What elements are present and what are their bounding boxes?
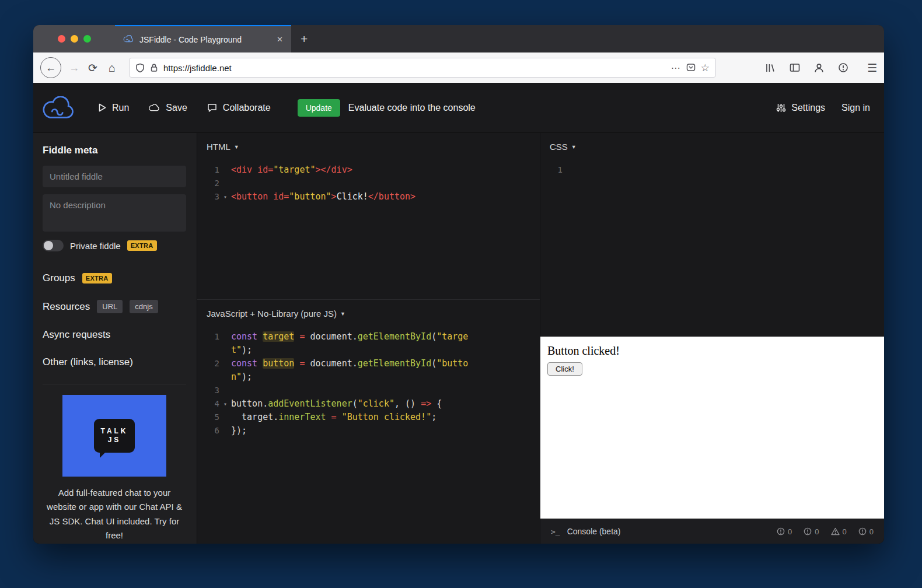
navigation-bar: ← → ⟳ ⌂ https://jsfiddle.net ⋯ ☆: [33, 52, 884, 83]
talkjs-ad[interactable]: TALK JS Add full-featured chat to your w…: [43, 384, 186, 542]
new-tab-button[interactable]: +: [291, 25, 317, 52]
css-editor[interactable]: 1: [540, 163, 884, 336]
talkjs-ad-image[interactable]: TALK JS: [62, 395, 166, 477]
address-text[interactable]: https://jsfiddle.net: [163, 63, 666, 73]
jsfiddle-app: Run Save Collaborate Update Evaluate cod…: [33, 83, 884, 544]
settings-button[interactable]: Settings: [776, 103, 825, 113]
info-circle-icon[interactable]: [838, 62, 848, 73]
collaborate-button[interactable]: Collaborate: [207, 103, 271, 113]
warning-triangle-icon: [831, 527, 840, 536]
reload-button[interactable]: ⟳: [83, 61, 102, 75]
chevron-down-icon[interactable]: ▼: [340, 311, 345, 317]
console-warning-badge[interactable]: 0: [831, 527, 847, 536]
extra-badge: EXTRA: [127, 240, 157, 251]
private-fiddle-label: Private fiddle: [70, 241, 121, 251]
shield-icon[interactable]: [135, 63, 145, 73]
zoom-window-button[interactable]: [83, 35, 91, 43]
chevron-down-icon[interactable]: ▼: [571, 144, 577, 150]
console-label: Console (beta): [567, 527, 621, 536]
sidebar-item-other[interactable]: Other (links, license): [43, 356, 186, 368]
html-panel-header[interactable]: HTML▼: [197, 133, 540, 155]
bookmark-star-icon[interactable]: ☆: [701, 62, 710, 74]
console-log-badge[interactable]: 0: [858, 527, 874, 536]
tab-title: JSFiddle - Code Playground: [139, 35, 268, 44]
play-icon: [99, 103, 106, 112]
forward-button[interactable]: →: [65, 62, 83, 74]
tab-bar: JSFiddle - Code Playground ✕ +: [33, 25, 884, 52]
fiddle-title-input[interactable]: [43, 166, 186, 187]
sidebar-item-groups[interactable]: Groups EXTRA: [43, 272, 186, 284]
js-editor[interactable]: 1const target = document.getElementById(…: [197, 330, 540, 544]
menu-icon[interactable]: ☰: [867, 61, 877, 75]
sidebar-item-async-requests[interactable]: Async requests: [43, 329, 186, 341]
console-info-badge[interactable]: 0: [804, 527, 819, 536]
run-button[interactable]: Run: [99, 103, 129, 113]
account-icon[interactable]: [814, 63, 824, 73]
minimize-window-button[interactable]: [71, 35, 78, 43]
app-header: Run Save Collaborate Update Evaluate cod…: [33, 83, 884, 133]
sidebar: Fiddle meta Private fiddle EXTRA Groups …: [33, 133, 197, 544]
console-error-badge[interactable]: 0: [777, 527, 792, 536]
sliders-icon: [776, 103, 786, 113]
console-prompt-icon: >_: [551, 527, 560, 536]
chevron-down-icon[interactable]: ▼: [234, 144, 239, 150]
extra-badge: EXTRA: [82, 273, 112, 284]
talkjs-ad-caption[interactable]: Add full-featured chat to your website o…: [43, 486, 186, 542]
toolbar-icons: ☰: [765, 61, 877, 75]
css-panel-header[interactable]: CSS▼: [540, 133, 884, 155]
browser-tab[interactable]: JSFiddle - Code Playground ✕: [115, 25, 291, 52]
fiddle-meta-heading: Fiddle meta: [43, 145, 186, 156]
css-panel: CSS▼ 1: [540, 133, 884, 336]
result-panel: Button clicked! Click!: [540, 336, 884, 519]
result-click-button[interactable]: Click!: [547, 362, 582, 376]
info-circle-icon: [804, 527, 812, 536]
pocket-icon[interactable]: [686, 63, 696, 72]
sidebar-item-resources[interactable]: Resources URL cdnjs: [43, 300, 186, 313]
talkjs-logo-icon: TALK JS: [94, 419, 135, 453]
console-bar[interactable]: >_ Console (beta) 0 0 0: [540, 519, 884, 544]
update-button[interactable]: Update: [298, 99, 340, 117]
private-fiddle-toggle[interactable]: [43, 240, 64, 251]
lock-icon[interactable]: [150, 63, 158, 72]
tab-favicon-icon: [123, 35, 134, 44]
resources-url-button[interactable]: URL: [97, 300, 123, 313]
resources-cdnjs-button[interactable]: cdnjs: [130, 300, 158, 313]
jsfiddle-logo-icon[interactable]: [41, 96, 75, 120]
window-controls: [33, 25, 115, 52]
error-circle-icon: [777, 527, 785, 536]
fiddle-title-text: Evaluate code into the console: [348, 103, 476, 113]
library-icon[interactable]: [765, 63, 776, 73]
save-button[interactable]: Save: [149, 103, 187, 113]
close-window-button[interactable]: [58, 35, 65, 43]
log-circle-icon: [858, 527, 867, 536]
cloud-save-icon: [149, 103, 160, 112]
sign-in-link[interactable]: Sign in: [841, 103, 870, 113]
js-panel: JavaScript + No-Library (pure JS)▼ 1cons…: [197, 299, 540, 544]
js-panel-header[interactable]: JavaScript + No-Library (pure JS)▼: [197, 300, 540, 322]
home-button[interactable]: ⌂: [102, 61, 122, 75]
tab-close-icon[interactable]: ✕: [274, 34, 285, 45]
url-bar[interactable]: https://jsfiddle.net ⋯ ☆: [129, 58, 716, 78]
sidebar-toggle-icon[interactable]: [790, 63, 800, 72]
chat-bubble-icon: [207, 103, 217, 113]
browser-window: JSFiddle - Code Playground ✕ + ← → ⟳ ⌂ h…: [33, 25, 884, 544]
back-button[interactable]: ←: [40, 57, 61, 78]
result-target-text: Button clicked!: [547, 344, 877, 358]
html-editor[interactable]: 1<div id="target"></div>23▾<button id="b…: [197, 163, 540, 299]
fiddle-description-input[interactable]: [43, 194, 186, 232]
page-actions-icon[interactable]: ⋯: [671, 62, 681, 74]
html-panel: HTML▼ 1<div id="target"></div>23▾<button…: [197, 133, 540, 299]
